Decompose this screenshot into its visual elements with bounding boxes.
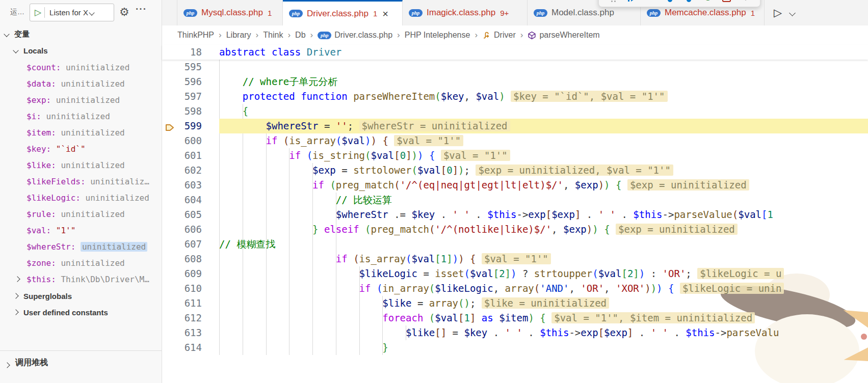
step-into-icon[interactable] (664, 0, 676, 7)
code-line[interactable]: 595 (162, 60, 868, 74)
variable-name: $data: (27, 79, 61, 89)
code-line[interactable]: 599 $whereStr = ''; $whereStr = uninitia… (162, 119, 868, 133)
code-text: // 模糊查找 (162, 237, 868, 252)
more-actions-icon[interactable]: ··· (136, 4, 147, 15)
code-line[interactable]: 606 } elseif (preg_match('/^(notlike|lik… (162, 222, 868, 237)
variable-value: uninitialized (66, 63, 129, 72)
gear-icon[interactable]: ⚙ (119, 6, 129, 19)
sticky-scroll-line[interactable]: 18 abstract class Driver (162, 45, 868, 60)
tab-Imagick.class.php[interactable]: phpImagick.class.php9+ (403, 0, 528, 25)
tab-Mysql.class.php[interactable]: phpMysql.class.php1 (177, 0, 283, 25)
section-call-stack[interactable]: 调用堆栈 (0, 350, 162, 383)
code-line[interactable]: 601 if (is_string($val[0])) { $val = "1'… (162, 148, 868, 163)
code-line[interactable]: 598 { (162, 104, 868, 119)
code-line[interactable]: 607// 模糊查找 (162, 237, 868, 252)
chevron-down-icon[interactable] (740, 0, 752, 7)
php-file-icon: php (409, 9, 423, 17)
php-file-icon: php (183, 9, 197, 17)
code-line[interactable]: 612 foreach ($val[1] as $item) { $val = … (162, 311, 868, 325)
variable-row-key[interactable]: $key: "`id`" (0, 141, 162, 157)
code-line[interactable]: 600 if (is_array($val)) { $val = "1'" (162, 133, 868, 148)
step-out-icon[interactable] (683, 0, 695, 7)
line-number[interactable]: 595 (172, 60, 202, 74)
variable-row-this[interactable]: $this: Think\Db\Driver\M… (0, 271, 162, 287)
breadcrumb-separator-icon: › (219, 30, 222, 40)
code-text: $likeLogic = isset($val[2]) ? strtoupper… (162, 266, 868, 281)
variable-row-likeLogic[interactable]: $likeLogic: uninitialized (0, 189, 162, 206)
variable-row-val[interactable]: $val: "1'" (0, 222, 162, 238)
chevron-down-icon[interactable] (789, 10, 796, 16)
variable-name: $rule: (27, 209, 61, 219)
variable-row-data[interactable]: $data: uninitialized (0, 75, 162, 92)
variable-row-likeFields[interactable]: $likeFields: uninitializ… (0, 173, 162, 189)
scope-user-defined-constants[interactable]: User defined constants (0, 305, 162, 320)
chevron-right-icon (14, 276, 20, 282)
variable-name: $count: (27, 63, 66, 72)
code-line[interactable]: 605 $whereStr .= $key . ' ' . $this->exp… (162, 207, 868, 222)
breadcrumb-item-think[interactable]: Think (263, 31, 283, 40)
drag-grip-icon[interactable] (608, 0, 620, 7)
breadcrumb-separator-icon: › (397, 30, 400, 40)
tab-bar-lead (162, 0, 177, 25)
debug-inline-value: $likeLogic = u (697, 268, 784, 279)
code-area[interactable]: 595596 // where子单元分析597 protected functi… (162, 60, 868, 383)
step-over-icon[interactable] (645, 0, 657, 7)
variable-row-rule[interactable]: $rule: uninitialized (0, 206, 162, 222)
code-line[interactable]: 610 if (in_array($likeLogic, array('AND'… (162, 281, 868, 296)
breadcrumb-item-driver[interactable]: Driver (482, 31, 516, 40)
breadcrumb-item-library[interactable]: Library (226, 31, 251, 40)
variable-row-exp[interactable]: $exp: uninitialized (0, 92, 162, 108)
restart-icon[interactable]: ↻ (702, 0, 714, 7)
breadcrumb-item-parsewhereitem[interactable]: parseWhereItem (528, 31, 599, 40)
debug-inline-value: $key = "`id`", $val = "1'" (511, 91, 667, 102)
code-text: } elseif (preg_match('/^(notlike|like)$/… (162, 222, 868, 237)
variable-name: $likeFields: (27, 177, 90, 186)
start-debug-icon[interactable]: ▷ (35, 7, 41, 18)
variable-value: uninitialized (86, 193, 149, 203)
close-icon[interactable]: × (382, 9, 388, 19)
variable-row-item[interactable]: $item: uninitialized (0, 124, 162, 141)
code-line[interactable]: 602 $exp = strtolower($val[0]); $exp = u… (162, 163, 868, 178)
run-file-icon[interactable]: ▷ (774, 7, 782, 19)
tab-problem-badge: 1 (268, 9, 272, 17)
code-line[interactable]: 613 $like[] = $key . ' ' . $this->exp[$e… (162, 325, 868, 340)
code-line[interactable]: 609 $likeLogic = isset($val[2]) ? strtou… (162, 266, 868, 281)
method-symbol-icon (528, 31, 536, 40)
scope-locals[interactable]: Locals (0, 43, 162, 58)
variable-name: $item: (27, 128, 61, 138)
variable-row-whereStr[interactable]: $whereStr: uninitialized (0, 238, 162, 255)
variable-row-zone[interactable]: $zone: uninitialized (0, 255, 162, 271)
php-file-icon: php (318, 32, 331, 39)
tab-label: Mysql.class.php (201, 8, 263, 18)
breadcrumb-item-php-intelephense[interactable]: PHP Intelephense (405, 31, 470, 40)
section-variables[interactable]: 变量 (0, 26, 162, 42)
code-text: foreach ($val[1] as $item) { $val = "1'"… (162, 311, 868, 325)
variable-row-i[interactable]: $i: uninitialized (0, 108, 162, 124)
breadcrumb-item-thinkphp[interactable]: ThinkPHP (177, 31, 214, 40)
code-line[interactable]: 597 protected function parseWhereItem($k… (162, 89, 868, 104)
variable-row-count[interactable]: $count: uninitialized (0, 59, 162, 75)
editor-actions: ▷ (774, 0, 795, 25)
launch-config-dropdown[interactable]: ▷ Listen for X (30, 4, 114, 21)
debug-inline-value: $val = "1'" (482, 253, 551, 264)
code-line[interactable]: 603 if (preg_match('/^(eq|neq|gt|egt|lt|… (162, 178, 868, 193)
breadcrumb-item-db[interactable]: Db (295, 31, 305, 40)
code-text: // 比较运算 (162, 193, 868, 207)
variable-value: uninitialized (61, 128, 124, 138)
code-text: $whereStr .= $key . ' ' . $this->exp[$ex… (162, 207, 868, 222)
code-line[interactable]: 596 // where子单元分析 (162, 74, 868, 89)
code-line[interactable]: 604 // 比较运算 (162, 193, 868, 207)
tab-problem-badge: 1 (751, 9, 755, 17)
debug-inline-value: $val = "1'" (441, 150, 510, 161)
variable-row-like[interactable]: $like: uninitialized (0, 157, 162, 173)
selected-value-highlight: uninitialized (81, 242, 147, 252)
continue-icon[interactable] (626, 0, 639, 7)
run-menu-label[interactable]: 运… (10, 8, 24, 17)
stop-icon[interactable] (721, 0, 733, 7)
scope-superglobals[interactable]: Superglobals (0, 288, 162, 304)
breadcrumb-item-driver-class-php[interactable]: phpDriver.class.php (318, 31, 392, 40)
code-line[interactable]: 614 } (162, 340, 868, 355)
tab-Driver.class.php[interactable]: phpDriver.class.php1× (283, 0, 403, 25)
code-line[interactable]: 611 $like = array(); $like = uninitializ… (162, 296, 868, 311)
code-line[interactable]: 608 if (is_array($val[1])) { $val = "1'" (162, 252, 868, 266)
